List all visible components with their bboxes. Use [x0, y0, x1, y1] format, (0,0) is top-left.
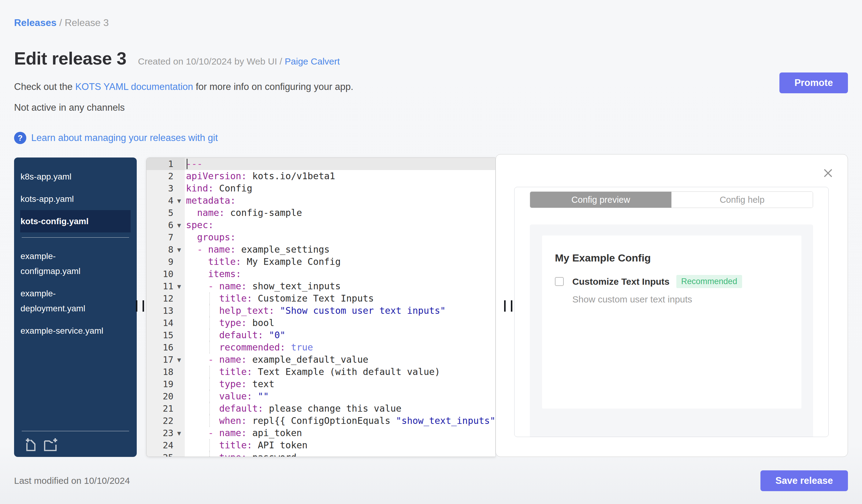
code-line[interactable]: default: please change this value [185, 402, 495, 415]
created-text: Created on 10/10/2024 by Web UI / [138, 56, 285, 66]
git-releases-link[interactable]: Learn about managing your releases with … [31, 132, 218, 143]
config-tabs: Config preview Config help [530, 191, 813, 208]
gutter-cell: 9 [146, 256, 185, 268]
gutter-cell: 13 [146, 305, 185, 317]
kots-docs-link[interactable]: KOTS YAML documentation [75, 81, 193, 92]
gutter-cell: 8▾ [146, 243, 185, 256]
new-folder-icon[interactable] [42, 437, 58, 452]
help-icon[interactable]: ? [14, 132, 26, 144]
code-line[interactable]: kind: Config [185, 182, 495, 195]
gutter-cell: 2 [146, 170, 185, 182]
code-line[interactable]: groups: [185, 231, 495, 243]
release-editor-page: Releases / Release 3 Edit release 3 Crea… [0, 0, 862, 491]
code-line[interactable]: help_text: "Show custom user text inputs… [185, 305, 495, 317]
file-item-example-deployment.yaml[interactable]: example-deployment.yaml [14, 282, 118, 320]
code-line[interactable]: title: Customize Text Inputs [185, 292, 495, 305]
code-line[interactable]: value: "" [185, 390, 495, 402]
gutter-cell: 16 [146, 341, 185, 354]
config-item-row: Customize Text Inputs Recommended [555, 275, 801, 288]
gutter: 1234▾56▾78▾91011▾121314151617▾1819202122… [146, 158, 185, 456]
gutter-cell: 17▾ [146, 354, 185, 366]
code-line[interactable]: - name: show_text_inputs [185, 280, 495, 292]
breadcrumb-releases-link[interactable]: Releases [14, 17, 56, 28]
gutter-cell: 7 [146, 231, 185, 243]
code-line[interactable]: title: Text Example (with default value) [185, 366, 495, 378]
close-icon[interactable] [823, 168, 834, 178]
code-line[interactable]: title: My Example Config [185, 256, 495, 268]
resize-handle-right[interactable] [504, 300, 512, 311]
yaml-editor[interactable]: 1234▾56▾78▾91011▾121314151617▾1819202122… [146, 158, 496, 457]
created-author-link[interactable]: Paige Calvert [285, 56, 340, 66]
gutter-cell: 1 [146, 158, 185, 170]
item-help-text: Show custom user text inputs [572, 294, 801, 305]
file-list-divider [22, 237, 129, 238]
code-line[interactable]: type: password [185, 451, 495, 456]
code-line[interactable]: default: "0" [185, 329, 495, 341]
file-item-kots-config.yaml[interactable]: kots-config.yaml [20, 210, 131, 233]
gutter-cell: 19 [146, 378, 185, 390]
config-group-title: My Example Config [542, 236, 801, 264]
gutter-cell: 12 [146, 292, 185, 305]
tab-config-help[interactable]: Config help [671, 192, 813, 208]
gutter-cell: 18 [146, 366, 185, 378]
gutter-cell: 23▾ [146, 427, 185, 439]
fold-arrow-icon[interactable]: ▾ [173, 355, 185, 364]
gutter-cell: 22 [146, 415, 185, 427]
code-line[interactable]: when: repl{{ ConfigOptionEquals "show_te… [185, 415, 495, 427]
gutter-cell: 25 [146, 451, 185, 457]
fold-arrow-icon[interactable]: ▾ [173, 221, 185, 230]
code-lines[interactable]: ---apiVersion: kots.io/v1beta1kind: Conf… [185, 158, 495, 456]
gutter-cell: 24 [146, 439, 185, 451]
gutter-cell: 15 [146, 329, 185, 341]
file-item-example-configmap.yaml[interactable]: example-configmap.yaml [14, 245, 118, 282]
code-line[interactable]: metadata: [185, 195, 495, 207]
last-modified: Last modified on 10/10/2024 [14, 476, 130, 486]
channel-status: Not active in any channels [14, 102, 848, 113]
code-line[interactable]: - name: api_token [185, 427, 495, 439]
page-footer: Last modified on 10/10/2024 Save release [14, 470, 848, 491]
text-cursor [186, 159, 187, 169]
code-line[interactable]: items: [185, 268, 495, 280]
breadcrumb-separator: / [56, 17, 65, 28]
customize-checkbox[interactable] [555, 277, 564, 286]
gutter-cell: 14 [146, 317, 185, 329]
gutter-cell: 4▾ [146, 195, 185, 207]
code-line[interactable]: name: config-sample [185, 207, 495, 219]
fold-arrow-icon[interactable]: ▾ [173, 245, 185, 254]
gutter-cell: 5 [146, 207, 185, 219]
gutter-cell: 21 [146, 402, 185, 415]
fold-arrow-icon[interactable]: ▾ [173, 282, 185, 291]
breadcrumb-current: Release 3 [65, 17, 108, 28]
code-line[interactable]: type: bool [185, 317, 495, 329]
code-line[interactable]: title: API token [185, 439, 495, 451]
gutter-cell: 11▾ [146, 280, 185, 292]
code-line[interactable]: --- [185, 158, 495, 170]
checkbox-label[interactable]: Customize Text Inputs [572, 277, 670, 287]
code-line[interactable]: apiVersion: kots.io/v1beta1 [185, 170, 495, 182]
code-line[interactable]: - name: example_default_value [185, 354, 495, 366]
new-file-icon[interactable] [25, 437, 37, 452]
code-line[interactable]: recommended: true [185, 341, 495, 354]
config-box: Config preview Config help My Example Co… [514, 187, 829, 437]
file-list-primary: k8s-app.yamlkots-app.yamlkots-config.yam… [14, 165, 137, 233]
code-line[interactable]: spec: [185, 219, 495, 231]
tab-config-preview[interactable]: Config preview [530, 192, 671, 208]
page-title: Edit release 3 [14, 48, 126, 68]
code-line[interactable]: type: text [185, 378, 495, 390]
save-release-button[interactable]: Save release [760, 470, 848, 491]
gutter-cell: 3 [146, 182, 185, 195]
docs-row: Check out the KOTS YAML documentation fo… [14, 77, 848, 97]
fold-arrow-icon[interactable]: ▾ [173, 429, 185, 438]
fold-arrow-icon[interactable]: ▾ [173, 196, 185, 205]
code-line[interactable]: - name: example_settings [185, 243, 495, 256]
sidebar-footer-divider [22, 431, 129, 431]
file-item-k8s-app.yaml[interactable]: k8s-app.yaml [14, 165, 118, 188]
resize-handle-left[interactable] [136, 300, 144, 311]
gutter-cell: 10 [146, 268, 185, 280]
docs-text: Check out the KOTS YAML documentation fo… [14, 81, 353, 92]
recommended-badge: Recommended [676, 275, 742, 288]
promote-button[interactable]: Promote [780, 72, 848, 93]
file-item-example-service.yaml[interactable]: example-service.yaml [14, 320, 118, 342]
release-editor: k8s-app.yamlkots-app.yamlkots-config.yam… [14, 158, 848, 457]
file-item-kots-app.yaml[interactable]: kots-app.yaml [14, 188, 118, 210]
